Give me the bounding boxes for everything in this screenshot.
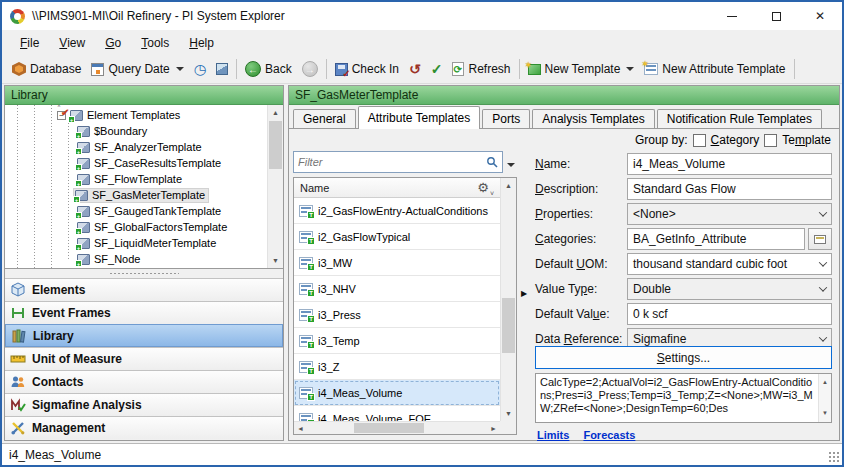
categories-input[interactable] bbox=[633, 232, 799, 246]
nav-item-library[interactable]: Library bbox=[5, 324, 283, 347]
menu-view[interactable]: View bbox=[49, 32, 95, 54]
attribute-row[interactable]: Ti3_Temp bbox=[294, 328, 500, 354]
description-field[interactable] bbox=[627, 178, 832, 200]
settings-config-textarea[interactable]: CalcType=2;ActualVol=i2_GasFlowEntry-Act… bbox=[535, 373, 832, 423]
menu-go[interactable]: Go bbox=[95, 32, 131, 54]
scrollbar-thumb[interactable] bbox=[502, 298, 515, 353]
name-field[interactable] bbox=[627, 153, 832, 175]
description-input[interactable] bbox=[633, 182, 826, 196]
scroll-up-icon[interactable]: ▲ bbox=[819, 374, 831, 391]
gear-icon[interactable]: ⚙ bbox=[477, 181, 489, 194]
group-by-category-checkbox[interactable] bbox=[693, 134, 706, 147]
nav-item-sigmafine-analysis[interactable]: Sigmafine Analysis bbox=[5, 393, 283, 416]
categories-field[interactable] bbox=[627, 228, 805, 250]
tree-node[interactable]: + SF_GaugedTankTemplate bbox=[5, 203, 267, 219]
tab-attribute-templates[interactable]: Attribute Templates bbox=[358, 106, 481, 129]
attribute-row[interactable]: Ti4_Meas_Volume_FOE bbox=[294, 406, 500, 421]
scroll-down-icon[interactable]: ▼ bbox=[268, 253, 283, 268]
library-panel-header: Library bbox=[5, 86, 283, 105]
panel-splitter[interactable] bbox=[5, 269, 283, 278]
value-type-dropdown[interactable]: Double bbox=[627, 278, 832, 300]
form-row-description: Description: bbox=[535, 178, 832, 200]
tree-node-element-templates[interactable]: − + Element Templates bbox=[5, 107, 267, 123]
nav-item-event-frames[interactable]: Event Frames bbox=[5, 301, 283, 324]
nav-item-contacts[interactable]: Contacts bbox=[5, 370, 283, 393]
limits-link[interactable]: Limits bbox=[537, 429, 569, 441]
name-input[interactable] bbox=[633, 157, 826, 171]
scrollbar-thumb[interactable] bbox=[269, 121, 282, 169]
nav-item-management[interactable]: Management bbox=[5, 416, 283, 439]
filter-box[interactable] bbox=[293, 151, 503, 173]
nav-item-unit-of-measure[interactable]: Unit of Measure bbox=[5, 347, 283, 370]
new-attribute-template-button[interactable]: ✶ New Attribute Template bbox=[639, 60, 790, 78]
tab-analysis-templates[interactable]: Analysis Templates bbox=[532, 109, 655, 128]
forecasts-link[interactable]: Forecasts bbox=[583, 429, 635, 441]
default-uom-dropdown[interactable]: thousand standard cubic foot bbox=[627, 253, 832, 275]
settings-button[interactable]: Settings... bbox=[535, 346, 832, 369]
scroll-right-icon[interactable]: ► bbox=[487, 422, 500, 434]
default-value-label: Default Value: bbox=[535, 307, 627, 321]
default-value-field[interactable] bbox=[627, 303, 832, 325]
maximize-button[interactable] bbox=[754, 2, 798, 30]
attribute-row[interactable]: Ti3_MW bbox=[294, 250, 500, 276]
list-form-splitter[interactable]: ▶ bbox=[519, 151, 529, 435]
scroll-up-icon[interactable]: ▲ bbox=[268, 105, 283, 120]
filter-input[interactable] bbox=[298, 156, 486, 168]
database-button[interactable]: Database bbox=[7, 60, 86, 78]
tree-node[interactable]: + SF_FlowTemplate bbox=[5, 171, 267, 187]
refresh-icon: ⟳ bbox=[452, 62, 464, 76]
forward-button[interactable]: → bbox=[297, 59, 323, 79]
menu-tools[interactable]: Tools bbox=[131, 32, 179, 54]
new-template-button[interactable]: ✶ New Template bbox=[523, 60, 640, 78]
scrollbar-thumb[interactable] bbox=[354, 423, 424, 433]
resize-grip[interactable] bbox=[828, 451, 840, 463]
nav-item-elements[interactable]: Elements bbox=[5, 278, 283, 301]
properties-dropdown[interactable]: <None> bbox=[627, 203, 832, 225]
list-horizontal-scrollbar[interactable]: ◄ ► bbox=[294, 421, 500, 434]
attribute-row[interactable]: Ti3_NHV bbox=[294, 276, 500, 302]
scroll-left-icon[interactable]: ◄ bbox=[294, 422, 307, 434]
tree-node[interactable]: + $Boundary bbox=[5, 123, 267, 139]
close-button[interactable]: ✕ bbox=[798, 2, 842, 30]
apply-button[interactable]: ✓ bbox=[426, 60, 448, 78]
tab-general[interactable]: General bbox=[293, 109, 356, 128]
check-in-button[interactable]: ✓ Check In bbox=[330, 60, 404, 78]
back-button[interactable]: ← Back bbox=[240, 59, 297, 79]
collapse-arrow-icon: ▶ bbox=[521, 289, 527, 298]
list-column-header[interactable]: Name ⚙ ˅ bbox=[294, 178, 500, 198]
query-date-button[interactable]: Query Date bbox=[86, 60, 188, 78]
categories-picker-button[interactable] bbox=[808, 228, 832, 250]
default-value-input[interactable] bbox=[633, 307, 826, 321]
tree-scrollbar[interactable]: ▲ ▼ bbox=[267, 105, 283, 268]
settings-scrollbar[interactable]: ▲▼ bbox=[818, 374, 831, 422]
minimize-button[interactable] bbox=[710, 2, 754, 30]
attribute-row[interactable]: Ti2_GasFlowEntry-ActualConditions bbox=[294, 198, 500, 224]
tree-node[interactable]: + SF_LiquidMeterTemplate bbox=[5, 235, 267, 251]
attribute-row-selected[interactable]: Ti4_Meas_Volume bbox=[294, 380, 500, 406]
menu-file[interactable]: File bbox=[10, 32, 49, 54]
tab-ports[interactable]: Ports bbox=[482, 109, 530, 128]
tree-node-selected[interactable]: + SF_GasMeterTemplate bbox=[5, 187, 267, 203]
uom-database-button[interactable] bbox=[211, 61, 233, 77]
scroll-down-icon[interactable]: ▼ bbox=[819, 405, 831, 422]
time-button[interactable]: ◷ bbox=[189, 60, 211, 78]
tree-node[interactable]: + SF_CaseResultsTemplate bbox=[5, 155, 267, 171]
undo-checkout-button[interactable]: ↺ bbox=[404, 60, 426, 78]
scroll-down-icon[interactable]: ▼ bbox=[501, 406, 516, 421]
tree-node[interactable]: + SF_GlobalFactorsTemplate bbox=[5, 219, 267, 235]
group-by-controls: Group by: Category Template bbox=[635, 133, 831, 147]
list-vertical-scrollbar[interactable]: ▲ ▼ bbox=[500, 178, 516, 421]
attribute-row[interactable]: Ti2_GasFlowTypical bbox=[294, 224, 500, 250]
refresh-button[interactable]: ⟳ Refresh bbox=[447, 60, 515, 78]
menu-help[interactable]: Help bbox=[179, 32, 224, 54]
scroll-up-icon[interactable]: ▲ bbox=[501, 178, 516, 193]
tab-notification-rule-templates[interactable]: Notification Rule Templates bbox=[657, 109, 822, 128]
group-by-template-checkbox[interactable] bbox=[764, 134, 777, 147]
filter-options-button[interactable] bbox=[503, 153, 517, 171]
attribute-row[interactable]: Ti3_Z bbox=[294, 354, 500, 380]
attribute-icon: T bbox=[299, 231, 313, 243]
attribute-row[interactable]: Ti3_Press bbox=[294, 302, 500, 328]
tree-node[interactable]: + SF_Node bbox=[5, 251, 267, 267]
value-type-value: Double bbox=[633, 282, 671, 296]
tree-node[interactable]: + SF_AnalyzerTemplate bbox=[5, 139, 267, 155]
